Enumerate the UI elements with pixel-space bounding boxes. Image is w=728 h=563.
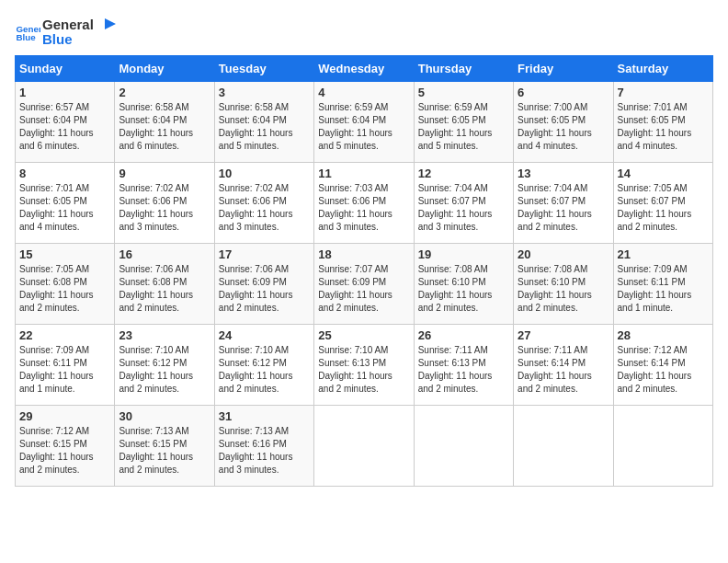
day-number: 22 — [19, 328, 110, 342]
day-info: Sunrise: 7:09 AM Sunset: 6:11 PM Dayligh… — [618, 263, 709, 315]
day-number: 19 — [418, 247, 509, 261]
day-info: Sunrise: 7:02 AM Sunset: 6:06 PM Dayligh… — [119, 182, 210, 234]
day-info: Sunrise: 7:07 AM Sunset: 6:09 PM Dayligh… — [318, 263, 409, 315]
day-cell-5: 5Sunrise: 6:59 AM Sunset: 6:05 PM Daylig… — [414, 82, 513, 163]
day-cell-10: 10Sunrise: 7:02 AM Sunset: 6:06 PM Dayli… — [214, 163, 313, 244]
day-cell-28: 28Sunrise: 7:12 AM Sunset: 6:14 PM Dayli… — [613, 325, 712, 406]
day-cell-29: 29Sunrise: 7:12 AM Sunset: 6:15 PM Dayli… — [16, 406, 115, 487]
day-cell-14: 14Sunrise: 7:05 AM Sunset: 6:07 PM Dayli… — [613, 163, 712, 244]
day-cell-31: 31Sunrise: 7:13 AM Sunset: 6:16 PM Dayli… — [214, 406, 313, 487]
empty-cell — [314, 406, 414, 487]
day-info: Sunrise: 7:04 AM Sunset: 6:07 PM Dayligh… — [418, 182, 509, 234]
day-number: 7 — [618, 86, 709, 99]
day-info: Sunrise: 7:01 AM Sunset: 6:05 PM Dayligh… — [19, 182, 110, 234]
day-number: 10 — [219, 167, 310, 180]
day-number: 20 — [518, 247, 609, 261]
day-info: Sunrise: 6:59 AM Sunset: 6:04 PM Dayligh… — [318, 101, 409, 153]
day-info: Sunrise: 7:06 AM Sunset: 6:09 PM Dayligh… — [219, 263, 310, 315]
header-monday: Monday — [115, 56, 214, 82]
day-cell-7: 7Sunrise: 7:01 AM Sunset: 6:05 PM Daylig… — [613, 82, 712, 163]
day-info: Sunrise: 7:05 AM Sunset: 6:07 PM Dayligh… — [618, 182, 709, 234]
header-wednesday: Wednesday — [314, 56, 414, 82]
day-number: 8 — [19, 167, 110, 180]
header-friday: Friday — [514, 56, 613, 82]
day-info: Sunrise: 7:01 AM Sunset: 6:05 PM Dayligh… — [618, 101, 709, 153]
day-info: Sunrise: 7:03 AM Sunset: 6:06 PM Dayligh… — [318, 182, 409, 234]
day-info: Sunrise: 7:11 AM Sunset: 6:13 PM Dayligh… — [418, 344, 509, 396]
day-number: 21 — [618, 247, 709, 261]
day-number: 2 — [119, 86, 210, 99]
day-info: Sunrise: 6:57 AM Sunset: 6:04 PM Dayligh… — [19, 101, 110, 153]
day-info: Sunrise: 7:12 AM Sunset: 6:14 PM Dayligh… — [618, 344, 709, 396]
day-cell-11: 11Sunrise: 7:03 AM Sunset: 6:06 PM Dayli… — [314, 163, 414, 244]
day-cell-22: 22Sunrise: 7:09 AM Sunset: 6:11 PM Dayli… — [16, 325, 115, 406]
logo-icon: General Blue — [15, 18, 40, 44]
header-saturday: Saturday — [613, 56, 712, 82]
svg-text:Blue: Blue — [42, 31, 73, 47]
day-info: Sunrise: 7:10 AM Sunset: 6:13 PM Dayligh… — [318, 344, 409, 396]
day-info: Sunrise: 7:05 AM Sunset: 6:08 PM Dayligh… — [19, 263, 110, 315]
day-cell-25: 25Sunrise: 7:10 AM Sunset: 6:13 PM Dayli… — [314, 325, 414, 406]
day-cell-30: 30Sunrise: 7:13 AM Sunset: 6:15 PM Dayli… — [115, 406, 214, 487]
day-cell-18: 18Sunrise: 7:07 AM Sunset: 6:09 PM Dayli… — [314, 244, 414, 325]
day-number: 27 — [518, 328, 609, 342]
day-number: 15 — [19, 247, 110, 261]
empty-cell — [414, 406, 513, 487]
day-cell-20: 20Sunrise: 7:08 AM Sunset: 6:10 PM Dayli… — [514, 244, 613, 325]
page-header: General Blue General Blue — [15, 15, 713, 48]
svg-marker-4 — [105, 18, 116, 29]
calendar-week-3: 15Sunrise: 7:05 AM Sunset: 6:08 PM Dayli… — [16, 244, 713, 325]
day-number: 14 — [618, 167, 709, 180]
calendar-header-row: SundayMondayTuesdayWednesdayThursdayFrid… — [16, 56, 713, 82]
day-number: 17 — [219, 247, 310, 261]
day-number: 1 — [19, 86, 110, 99]
day-number: 4 — [318, 86, 409, 99]
day-cell-26: 26Sunrise: 7:11 AM Sunset: 6:13 PM Dayli… — [414, 325, 513, 406]
day-info: Sunrise: 7:13 AM Sunset: 6:15 PM Dayligh… — [119, 425, 210, 477]
header-tuesday: Tuesday — [214, 56, 313, 82]
day-cell-1: 1Sunrise: 6:57 AM Sunset: 6:04 PM Daylig… — [16, 82, 115, 163]
day-info: Sunrise: 7:06 AM Sunset: 6:08 PM Dayligh… — [119, 263, 210, 315]
logo: General Blue General Blue — [15, 15, 125, 48]
day-cell-8: 8Sunrise: 7:01 AM Sunset: 6:05 PM Daylig… — [16, 163, 115, 244]
day-number: 24 — [219, 328, 310, 342]
calendar-table: SundayMondayTuesdayWednesdayThursdayFrid… — [15, 55, 713, 487]
day-cell-2: 2Sunrise: 6:58 AM Sunset: 6:04 PM Daylig… — [115, 82, 214, 163]
day-cell-24: 24Sunrise: 7:10 AM Sunset: 6:12 PM Dayli… — [214, 325, 313, 406]
day-info: Sunrise: 7:13 AM Sunset: 6:16 PM Dayligh… — [219, 425, 310, 477]
day-info: Sunrise: 7:04 AM Sunset: 6:07 PM Dayligh… — [518, 182, 609, 234]
day-cell-21: 21Sunrise: 7:09 AM Sunset: 6:11 PM Dayli… — [613, 244, 712, 325]
header-sunday: Sunday — [16, 56, 115, 82]
day-cell-15: 15Sunrise: 7:05 AM Sunset: 6:08 PM Dayli… — [16, 244, 115, 325]
day-cell-12: 12Sunrise: 7:04 AM Sunset: 6:07 PM Dayli… — [414, 163, 513, 244]
header-thursday: Thursday — [414, 56, 513, 82]
day-number: 28 — [618, 328, 709, 342]
calendar-week-5: 29Sunrise: 7:12 AM Sunset: 6:15 PM Dayli… — [16, 406, 713, 487]
day-cell-6: 6Sunrise: 7:00 AM Sunset: 6:05 PM Daylig… — [514, 82, 613, 163]
empty-cell — [613, 406, 712, 487]
day-number: 12 — [418, 167, 509, 180]
day-number: 23 — [119, 328, 210, 342]
day-info: Sunrise: 7:12 AM Sunset: 6:15 PM Dayligh… — [19, 425, 110, 477]
day-number: 18 — [318, 247, 409, 261]
day-number: 29 — [19, 409, 110, 423]
calendar-week-4: 22Sunrise: 7:09 AM Sunset: 6:11 PM Dayli… — [16, 325, 713, 406]
day-number: 13 — [518, 167, 609, 180]
day-cell-27: 27Sunrise: 7:11 AM Sunset: 6:14 PM Dayli… — [514, 325, 613, 406]
svg-text:General: General — [42, 17, 94, 32]
day-number: 5 — [418, 86, 509, 99]
day-cell-16: 16Sunrise: 7:06 AM Sunset: 6:08 PM Dayli… — [115, 244, 214, 325]
calendar-week-2: 8Sunrise: 7:01 AM Sunset: 6:05 PM Daylig… — [16, 163, 713, 244]
day-number: 16 — [119, 247, 210, 261]
day-info: Sunrise: 6:59 AM Sunset: 6:05 PM Dayligh… — [418, 101, 509, 153]
day-number: 9 — [119, 167, 210, 180]
day-info: Sunrise: 7:08 AM Sunset: 6:10 PM Dayligh… — [518, 263, 609, 315]
day-cell-9: 9Sunrise: 7:02 AM Sunset: 6:06 PM Daylig… — [115, 163, 214, 244]
day-number: 25 — [318, 328, 409, 342]
day-cell-17: 17Sunrise: 7:06 AM Sunset: 6:09 PM Dayli… — [214, 244, 313, 325]
day-cell-13: 13Sunrise: 7:04 AM Sunset: 6:07 PM Dayli… — [514, 163, 613, 244]
day-info: Sunrise: 7:10 AM Sunset: 6:12 PM Dayligh… — [119, 344, 210, 396]
day-info: Sunrise: 6:58 AM Sunset: 6:04 PM Dayligh… — [119, 101, 210, 153]
day-info: Sunrise: 7:00 AM Sunset: 6:05 PM Dayligh… — [518, 101, 609, 153]
day-info: Sunrise: 7:10 AM Sunset: 6:12 PM Dayligh… — [219, 344, 310, 396]
